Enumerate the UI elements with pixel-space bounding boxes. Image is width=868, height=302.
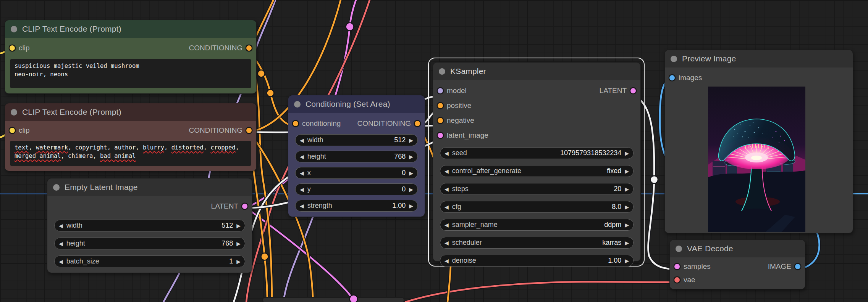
slot-dot-model-icon[interactable] xyxy=(438,88,443,93)
widget-denoise[interactable]: ◀ denoise 1.00 ▶ xyxy=(440,255,634,267)
reroute-dot[interactable] xyxy=(258,70,265,77)
input-slot-clip[interactable]: clip xyxy=(10,44,30,52)
slot-dot-latent-icon[interactable] xyxy=(438,133,443,138)
slot-dot-conditioning-icon[interactable] xyxy=(438,118,443,123)
node-collapse-dot-icon[interactable] xyxy=(11,26,17,32)
node-titlebar[interactable]: CLIP Text Encode (Prompt) xyxy=(5,103,256,121)
input-slot-conditioning[interactable]: conditioning xyxy=(293,119,341,128)
decrement-arrow-icon[interactable]: ◀ xyxy=(445,240,449,246)
input-slot-model[interactable]: model xyxy=(438,87,467,95)
reroute-dot[interactable] xyxy=(346,23,354,31)
widget-scheduler[interactable]: ◀ scheduler karras ▶ xyxy=(440,237,634,249)
slot-dot-latent-icon[interactable] xyxy=(674,264,680,269)
output-slot-conditioning[interactable]: CONDITIONING xyxy=(189,126,252,135)
node-collapse-dot-icon[interactable] xyxy=(53,184,60,191)
increment-arrow-icon[interactable]: ▶ xyxy=(625,258,629,263)
output-slot-latent[interactable]: LATENT xyxy=(600,87,636,95)
increment-arrow-icon[interactable]: ▶ xyxy=(236,241,241,246)
node-collapse-dot-icon[interactable] xyxy=(676,246,682,252)
input-slot-negative[interactable]: negative xyxy=(438,116,474,125)
slot-dot-latent-icon[interactable] xyxy=(242,204,247,209)
increment-arrow-icon[interactable]: ▶ xyxy=(409,170,413,176)
decrement-arrow-icon[interactable]: ◀ xyxy=(59,223,63,228)
widget-x[interactable]: ◀ x 0 ▶ xyxy=(295,167,418,179)
slot-dot-conditioning-icon[interactable] xyxy=(415,121,420,126)
slot-dot-image-icon[interactable] xyxy=(669,75,675,80)
offscreen-node-top-edge[interactable] xyxy=(263,297,404,302)
decrement-arrow-icon[interactable]: ◀ xyxy=(445,151,449,156)
widget-seed[interactable]: ◀ seed 1079579318532234 ▶ xyxy=(440,147,634,159)
widget-batch-size[interactable]: ◀ batch_size 1 ▶ xyxy=(54,255,245,267)
slot-dot-conditioning-icon[interactable] xyxy=(438,103,443,108)
node-collapse-dot-icon[interactable] xyxy=(671,56,677,62)
decrement-arrow-icon[interactable]: ◀ xyxy=(300,187,304,192)
slot-dot-conditioning-icon[interactable] xyxy=(246,128,252,133)
input-slot-clip[interactable]: clip xyxy=(10,126,30,135)
decrement-arrow-icon[interactable]: ◀ xyxy=(445,222,449,228)
widget-width[interactable]: ◀ width 512 ▶ xyxy=(295,134,418,146)
node-vae-decode[interactable]: VAE Decode samples IMAGE vae xyxy=(669,239,805,289)
node-graph-canvas[interactable]: CLIP Text Encode (Prompt) clip CONDITION… xyxy=(0,0,868,302)
increment-arrow-icon[interactable]: ▶ xyxy=(409,203,413,209)
decrement-arrow-icon[interactable]: ◀ xyxy=(59,259,63,264)
node-preview-image[interactable]: Preview Image images xyxy=(664,50,853,233)
node-clip-text-encode-positive[interactable]: CLIP Text Encode (Prompt) clip CONDITION… xyxy=(5,20,257,94)
output-slot-conditioning[interactable]: CONDITIONING xyxy=(357,119,420,128)
widget-width[interactable]: ◀ width 512 ▶ xyxy=(54,220,245,231)
input-slot-images[interactable]: images xyxy=(669,74,702,82)
decrement-arrow-icon[interactable]: ◀ xyxy=(445,186,449,192)
slot-dot-clip-icon[interactable] xyxy=(10,128,15,133)
increment-arrow-icon[interactable]: ▶ xyxy=(409,138,413,143)
node-titlebar[interactable]: Preview Image xyxy=(665,50,853,67)
slot-dot-conditioning-icon[interactable] xyxy=(293,121,298,126)
widget-height[interactable]: ◀ height 768 ▶ xyxy=(54,238,245,249)
node-conditioning-set-area[interactable]: Conditioning (Set Area) conditioning CON… xyxy=(288,95,425,217)
node-collapse-dot-icon[interactable] xyxy=(11,109,17,116)
increment-arrow-icon[interactable]: ▶ xyxy=(625,186,629,192)
node-collapse-dot-icon[interactable] xyxy=(439,68,445,75)
decrement-arrow-icon[interactable]: ◀ xyxy=(59,241,63,246)
decrement-arrow-icon[interactable]: ◀ xyxy=(445,258,449,263)
increment-arrow-icon[interactable]: ▶ xyxy=(625,169,629,174)
output-slot-conditioning[interactable]: CONDITIONING xyxy=(189,44,252,52)
decrement-arrow-icon[interactable]: ◀ xyxy=(445,169,449,174)
increment-arrow-icon[interactable]: ▶ xyxy=(625,151,629,156)
increment-arrow-icon[interactable]: ▶ xyxy=(236,223,241,228)
slot-dot-image-icon[interactable] xyxy=(795,264,800,269)
node-ksampler[interactable]: KSampler model LATENT positive xyxy=(433,62,641,262)
negative-prompt-textarea[interactable]: text, watermark, copyright, author, blur… xyxy=(10,141,251,166)
widget-height[interactable]: ◀ height 768 ▶ xyxy=(295,151,418,162)
decrement-arrow-icon[interactable]: ◀ xyxy=(300,170,304,176)
slot-dot-latent-icon[interactable] xyxy=(630,88,636,93)
input-slot-positive[interactable]: positive xyxy=(438,101,471,110)
node-clip-text-encode-negative[interactable]: CLIP Text Encode (Prompt) clip CONDITION… xyxy=(5,103,257,171)
node-titlebar[interactable]: CLIP Text Encode (Prompt) xyxy=(5,20,256,38)
decrement-arrow-icon[interactable]: ◀ xyxy=(300,203,304,209)
decrement-arrow-icon[interactable]: ◀ xyxy=(445,204,449,210)
node-titlebar[interactable]: VAE Decode xyxy=(670,240,805,257)
positive-prompt-textarea[interactable]: suspicious majestic veiled mushroom neo-… xyxy=(10,59,251,88)
widget-y[interactable]: ◀ y 0 ▶ xyxy=(295,183,418,195)
widget-sampler-name[interactable]: ◀ sampler_name ddpm ▶ xyxy=(440,219,634,231)
widget-cfg[interactable]: ◀ cfg 8.0 ▶ xyxy=(440,201,634,213)
reroute-dot[interactable] xyxy=(650,176,658,183)
increment-arrow-icon[interactable]: ▶ xyxy=(625,240,629,246)
increment-arrow-icon[interactable]: ▶ xyxy=(625,222,629,228)
slot-dot-conditioning-icon[interactable] xyxy=(246,45,252,51)
widget-control-after-generate[interactable]: ◀ control_after_generate fixed ▶ xyxy=(440,165,634,177)
output-slot-image[interactable]: IMAGE xyxy=(768,262,800,271)
node-titlebar[interactable]: Empty Latent Image xyxy=(47,178,252,196)
widget-strength[interactable]: ◀ strength 1.00 ▶ xyxy=(295,200,418,212)
output-slot-latent[interactable]: LATENT xyxy=(211,202,247,210)
slot-dot-vae-icon[interactable] xyxy=(674,277,680,283)
increment-arrow-icon[interactable]: ▶ xyxy=(625,204,629,210)
increment-arrow-icon[interactable]: ▶ xyxy=(409,154,413,159)
node-collapse-dot-icon[interactable] xyxy=(294,101,301,108)
node-empty-latent-image[interactable]: Empty Latent Image LATENT ◀ width 512 ▶ … xyxy=(47,178,252,273)
decrement-arrow-icon[interactable]: ◀ xyxy=(300,138,304,143)
node-titlebar[interactable]: Conditioning (Set Area) xyxy=(288,95,425,113)
reroute-dot[interactable] xyxy=(261,253,268,260)
reroute-dot[interactable] xyxy=(350,295,358,302)
node-titlebar[interactable]: KSampler xyxy=(433,63,640,80)
increment-arrow-icon[interactable]: ▶ xyxy=(409,187,413,192)
